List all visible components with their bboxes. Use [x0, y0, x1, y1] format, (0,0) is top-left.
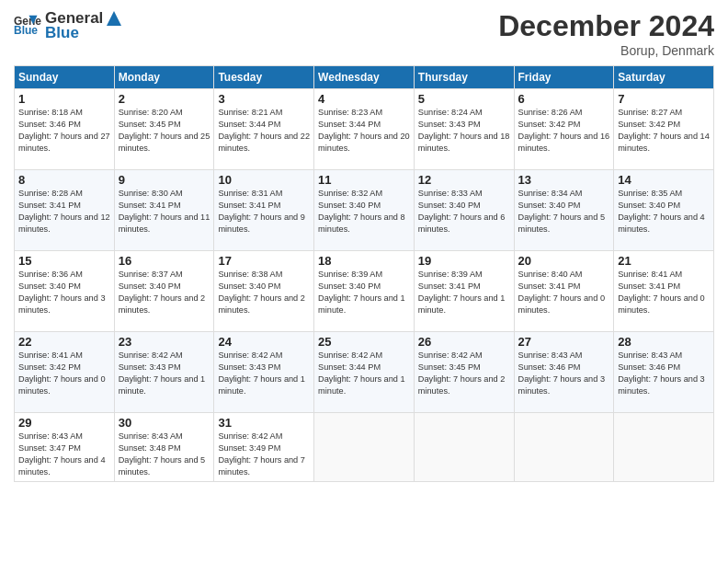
day-number: 9	[119, 173, 210, 187]
day-info: Sunrise: 8:18 AMSunset: 3:46 PMDaylight:…	[18, 107, 110, 155]
logo-triangle	[105, 9, 123, 28]
day-info: Sunrise: 8:43 AMSunset: 3:48 PMDaylight:…	[119, 431, 210, 478]
calendar-cell: 31Sunrise: 8:42 AMSunset: 3:49 PMDayligh…	[214, 413, 314, 482]
calendar-cell: 1Sunrise: 8:18 AMSunset: 3:46 PMDaylight…	[15, 89, 115, 170]
calendar-cell	[314, 413, 415, 482]
day-number: 18	[318, 254, 410, 268]
day-info: Sunrise: 8:21 AMSunset: 3:44 PMDaylight:…	[218, 107, 310, 155]
calendar-cell: 18Sunrise: 8:39 AMSunset: 3:40 PMDayligh…	[314, 251, 415, 332]
calendar-cell: 11Sunrise: 8:32 AMSunset: 3:40 PMDayligh…	[314, 170, 415, 251]
col-saturday: Saturday	[614, 66, 714, 89]
calendar-cell	[414, 413, 514, 482]
day-info: Sunrise: 8:28 AMSunset: 3:41 PMDaylight:…	[18, 188, 110, 236]
calendar-cell	[614, 413, 714, 482]
calendar-cell: 6Sunrise: 8:26 AMSunset: 3:42 PMDaylight…	[514, 89, 614, 170]
calendar-cell: 23Sunrise: 8:42 AMSunset: 3:43 PMDayligh…	[114, 332, 214, 413]
day-info: Sunrise: 8:31 AMSunset: 3:41 PMDaylight:…	[218, 188, 310, 236]
day-info: Sunrise: 8:32 AMSunset: 3:40 PMDaylight:…	[318, 188, 410, 236]
day-info: Sunrise: 8:43 AMSunset: 3:47 PMDaylight:…	[18, 431, 110, 478]
day-info: Sunrise: 8:33 AMSunset: 3:40 PMDaylight:…	[418, 188, 510, 236]
day-info: Sunrise: 8:42 AMSunset: 3:45 PMDaylight:…	[418, 350, 510, 397]
logo: General Blue General Blue	[14, 9, 123, 42]
day-number: 20	[518, 254, 610, 268]
calendar-cell: 19Sunrise: 8:39 AMSunset: 3:41 PMDayligh…	[414, 251, 514, 332]
day-number: 6	[518, 92, 610, 106]
day-number: 13	[518, 173, 610, 187]
day-number: 15	[18, 254, 110, 268]
calendar-cell: 8Sunrise: 8:28 AMSunset: 3:41 PMDaylight…	[15, 170, 115, 251]
calendar-cell: 17Sunrise: 8:38 AMSunset: 3:40 PMDayligh…	[214, 251, 314, 332]
col-friday: Friday	[514, 66, 614, 89]
svg-text:Blue: Blue	[14, 24, 38, 37]
day-number: 4	[318, 92, 410, 106]
day-number: 2	[119, 92, 210, 106]
calendar-cell: 21Sunrise: 8:41 AMSunset: 3:41 PMDayligh…	[614, 251, 714, 332]
day-info: Sunrise: 8:42 AMSunset: 3:44 PMDaylight:…	[318, 350, 410, 397]
day-info: Sunrise: 8:24 AMSunset: 3:43 PMDaylight:…	[418, 107, 510, 155]
day-info: Sunrise: 8:43 AMSunset: 3:46 PMDaylight:…	[518, 350, 610, 397]
day-number: 27	[518, 335, 610, 349]
day-info: Sunrise: 8:38 AMSunset: 3:40 PMDaylight:…	[218, 269, 310, 316]
day-info: Sunrise: 8:39 AMSunset: 3:41 PMDaylight:…	[418, 269, 510, 316]
day-number: 23	[119, 335, 210, 349]
day-number: 25	[318, 335, 410, 349]
col-thursday: Thursday	[414, 66, 514, 89]
day-info: Sunrise: 8:40 AMSunset: 3:41 PMDaylight:…	[518, 269, 610, 316]
calendar-cell: 10Sunrise: 8:31 AMSunset: 3:41 PMDayligh…	[214, 170, 314, 251]
day-info: Sunrise: 8:41 AMSunset: 3:41 PMDaylight:…	[618, 269, 710, 316]
header: General Blue General Blue December 2024 …	[14, 9, 714, 58]
day-info: Sunrise: 8:36 AMSunset: 3:40 PMDaylight:…	[18, 269, 110, 316]
day-number: 28	[618, 335, 710, 349]
calendar-cell: 28Sunrise: 8:43 AMSunset: 3:46 PMDayligh…	[614, 332, 714, 413]
day-number: 19	[418, 254, 510, 268]
day-info: Sunrise: 8:42 AMSunset: 3:49 PMDaylight:…	[218, 431, 310, 478]
calendar-cell: 5Sunrise: 8:24 AMSunset: 3:43 PMDaylight…	[414, 89, 514, 170]
day-number: 14	[618, 173, 710, 187]
location: Borup, Denmark	[498, 43, 714, 58]
svg-marker-3	[107, 11, 121, 26]
day-info: Sunrise: 8:39 AMSunset: 3:40 PMDaylight:…	[318, 269, 410, 316]
day-number: 11	[318, 173, 410, 187]
day-number: 3	[218, 92, 310, 106]
calendar-cell: 3Sunrise: 8:21 AMSunset: 3:44 PMDaylight…	[214, 89, 314, 170]
day-number: 30	[119, 416, 210, 430]
day-number: 31	[218, 416, 310, 430]
col-sunday: Sunday	[15, 66, 115, 89]
day-info: Sunrise: 8:30 AMSunset: 3:41 PMDaylight:…	[119, 188, 210, 236]
calendar-cell: 30Sunrise: 8:43 AMSunset: 3:48 PMDayligh…	[114, 413, 214, 482]
day-number: 1	[18, 92, 110, 106]
calendar: Sunday Monday Tuesday Wednesday Thursday…	[14, 65, 714, 482]
col-wednesday: Wednesday	[314, 66, 415, 89]
day-number: 10	[218, 173, 310, 187]
calendar-cell: 27Sunrise: 8:43 AMSunset: 3:46 PMDayligh…	[514, 332, 614, 413]
day-number: 5	[418, 92, 510, 106]
col-monday: Monday	[114, 66, 214, 89]
calendar-cell	[514, 413, 614, 482]
day-info: Sunrise: 8:41 AMSunset: 3:42 PMDaylight:…	[18, 350, 110, 397]
day-info: Sunrise: 8:26 AMSunset: 3:42 PMDaylight:…	[518, 107, 610, 155]
calendar-cell: 26Sunrise: 8:42 AMSunset: 3:45 PMDayligh…	[414, 332, 514, 413]
day-number: 29	[18, 416, 110, 430]
day-info: Sunrise: 8:42 AMSunset: 3:43 PMDaylight:…	[218, 350, 310, 397]
page: General Blue General Blue December 2024 …	[0, 0, 728, 563]
day-info: Sunrise: 8:42 AMSunset: 3:43 PMDaylight:…	[119, 350, 210, 397]
day-number: 17	[218, 254, 310, 268]
calendar-cell: 15Sunrise: 8:36 AMSunset: 3:40 PMDayligh…	[15, 251, 115, 332]
day-number: 21	[618, 254, 710, 268]
day-number: 12	[418, 173, 510, 187]
calendar-cell: 16Sunrise: 8:37 AMSunset: 3:40 PMDayligh…	[114, 251, 214, 332]
title-block: December 2024 Borup, Denmark	[498, 9, 714, 58]
calendar-cell: 24Sunrise: 8:42 AMSunset: 3:43 PMDayligh…	[214, 332, 314, 413]
day-info: Sunrise: 8:23 AMSunset: 3:44 PMDaylight:…	[318, 107, 410, 155]
day-info: Sunrise: 8:27 AMSunset: 3:42 PMDaylight:…	[618, 107, 710, 155]
day-number: 16	[119, 254, 210, 268]
day-info: Sunrise: 8:37 AMSunset: 3:40 PMDaylight:…	[119, 269, 210, 316]
calendar-cell: 22Sunrise: 8:41 AMSunset: 3:42 PMDayligh…	[15, 332, 115, 413]
month-title: December 2024	[498, 9, 714, 43]
calendar-cell: 7Sunrise: 8:27 AMSunset: 3:42 PMDaylight…	[614, 89, 714, 170]
day-number: 26	[418, 335, 510, 349]
calendar-cell: 9Sunrise: 8:30 AMSunset: 3:41 PMDaylight…	[114, 170, 214, 251]
calendar-header-row: Sunday Monday Tuesday Wednesday Thursday…	[15, 66, 714, 89]
day-number: 22	[18, 335, 110, 349]
calendar-cell: 2Sunrise: 8:20 AMSunset: 3:45 PMDaylight…	[114, 89, 214, 170]
